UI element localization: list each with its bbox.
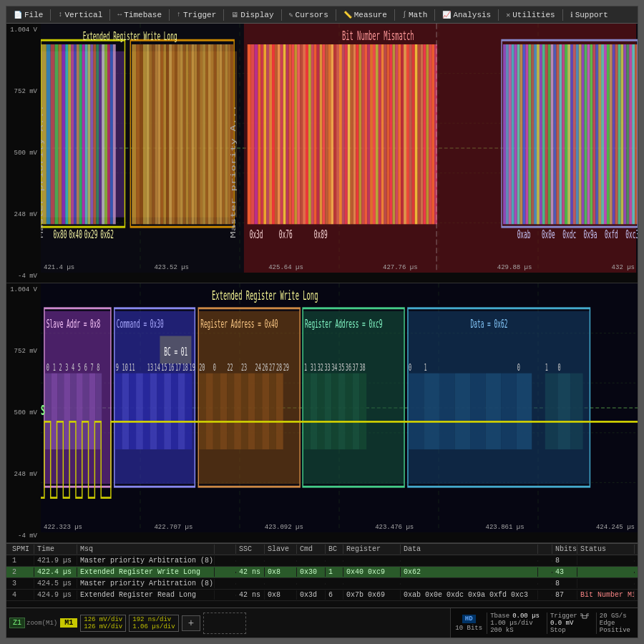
svg-text:22: 22 bbox=[227, 361, 233, 373]
trigger-icon: ↑ bbox=[177, 11, 181, 19]
svg-rect-143 bbox=[506, 44, 509, 224]
menu-math[interactable]: ∫ Math bbox=[398, 9, 431, 21]
analysis-icon: 📈 bbox=[442, 11, 451, 19]
bottom-wave-svg: Extended Register Write Long Slave Addr … bbox=[41, 283, 638, 532]
svg-text:0x3d: 0x3d bbox=[250, 228, 263, 241]
svg-rect-47 bbox=[157, 44, 160, 224]
svg-text:Data = 0x62: Data = 0x62 bbox=[471, 318, 508, 331]
svg-text:14: 14 bbox=[155, 361, 160, 373]
by-label-0: 1.004 V bbox=[8, 286, 39, 293]
main-window: 📄 File ↕ Vertical ↔ Timebase ↑ Trigger 🖥… bbox=[6, 6, 638, 638]
svg-text:36: 36 bbox=[346, 361, 351, 373]
table-row[interactable]: 3 424.5 µs Master priority Arbitration (… bbox=[6, 578, 638, 590]
top-y-axis: 1.004 V 752 mV 500 mV 248 mV -4 mV bbox=[6, 24, 41, 283]
td-time-2: 422.4 µs bbox=[34, 567, 77, 577]
svg-text:32: 32 bbox=[318, 361, 323, 373]
sample-rate: 20 GS/s bbox=[600, 613, 627, 620]
svg-rect-93 bbox=[300, 44, 303, 224]
svg-rect-165 bbox=[567, 44, 570, 224]
add-button[interactable]: + bbox=[182, 615, 200, 631]
svg-rect-86 bbox=[280, 44, 283, 224]
td-ssc-1 bbox=[236, 560, 265, 562]
td-nbits-1: 8 bbox=[552, 556, 577, 565]
svg-rect-299 bbox=[324, 374, 331, 449]
svg-rect-281 bbox=[262, 374, 269, 449]
td-msq-3: Master priority Arbitration (8) bbox=[77, 579, 215, 588]
z1-label: Z1 bbox=[9, 618, 25, 628]
svg-rect-162 bbox=[559, 44, 562, 224]
trigger-val: 0.0 mV bbox=[550, 620, 573, 627]
top-x-axis: 421.4 µs 423.52 µs 425.64 µs 427.76 µs 4… bbox=[41, 263, 638, 273]
menu-math-label: Math bbox=[409, 11, 427, 19]
svg-rect-107 bbox=[339, 44, 342, 224]
td-ssc-4: 42 ns bbox=[236, 590, 265, 600]
sep9 bbox=[498, 9, 499, 21]
svg-text:0xc3: 0xc3 bbox=[625, 228, 638, 241]
svg-text:33: 33 bbox=[324, 361, 330, 373]
wave-scale-2: 126 mV/div bbox=[84, 623, 122, 630]
menu-support[interactable]: ℹ Support bbox=[566, 9, 613, 21]
menu-vertical[interactable]: ↕ Vertical bbox=[54, 9, 107, 21]
svg-rect-187 bbox=[629, 44, 632, 224]
th-blank bbox=[215, 545, 236, 554]
y-label-3: 248 mV bbox=[8, 211, 39, 218]
svg-rect-71 bbox=[225, 44, 228, 224]
menu-file[interactable]: 📄 File bbox=[9, 9, 47, 21]
menu-analysis[interactable]: 📈 Analysis bbox=[438, 9, 495, 21]
svg-rect-89 bbox=[289, 44, 292, 224]
svg-text:Command = 0x30: Command = 0x30 bbox=[117, 318, 164, 331]
svg-rect-138 bbox=[426, 44, 429, 224]
table-row[interactable]: 2 422.4 µs Extended Register Write Long … bbox=[6, 567, 638, 578]
svg-text:0x9a: 0x9a bbox=[584, 228, 597, 241]
td-blank2-1 bbox=[538, 560, 552, 562]
status-right: HD 10 Bits Tbase 0.00 µs 1.00 µs/div 200… bbox=[450, 608, 638, 638]
menu-timebase[interactable]: ↔ Timebase bbox=[113, 9, 166, 21]
svg-text:1: 1 bbox=[53, 361, 56, 373]
svg-rect-176 bbox=[598, 44, 601, 224]
m1-box[interactable]: M1 bbox=[60, 618, 77, 628]
th-ssc: SSC bbox=[236, 545, 265, 554]
menu-display[interactable]: 🖥 Display bbox=[227, 9, 278, 21]
top-waveform-canvas[interactable]: 1.004 V 752 mV 500 mV 248 mV -4 mV bbox=[6, 24, 638, 283]
svg-rect-117 bbox=[367, 44, 370, 224]
svg-rect-278 bbox=[241, 374, 248, 449]
svg-text:1: 1 bbox=[424, 361, 426, 373]
svg-rect-97 bbox=[311, 44, 314, 224]
y-label-1: 752 mV bbox=[8, 88, 39, 95]
th-status: Status bbox=[577, 545, 635, 554]
svg-text:31: 31 bbox=[311, 361, 316, 373]
menu-cursors[interactable]: ✎ Cursors bbox=[285, 9, 333, 21]
bottom-y-axis: 1.004 V 752 mV 500 mV 248 mV -4 mV bbox=[6, 283, 41, 542]
svg-rect-179 bbox=[607, 44, 610, 224]
zoom-info: Z1 zoom(M1) bbox=[9, 618, 57, 628]
th-cmd: Cmd bbox=[297, 545, 326, 554]
svg-rect-135 bbox=[418, 44, 421, 224]
svg-text:18: 18 bbox=[182, 361, 188, 373]
svg-rect-149 bbox=[522, 44, 525, 224]
svg-rect-275 bbox=[220, 374, 228, 449]
td-msq-4: Extended Register Read Long bbox=[77, 590, 215, 600]
top-waveform-panel: 1.004 V 752 mV 500 mV 248 mV -4 mV bbox=[6, 24, 638, 283]
td-reg-2: 0x40 0xc9 bbox=[343, 567, 401, 577]
svg-rect-75 bbox=[248, 44, 251, 224]
bx-label-5: 424.245 µs bbox=[596, 524, 635, 531]
svg-rect-46 bbox=[155, 44, 158, 224]
wave-scale-4: 1.06 µs/div bbox=[132, 623, 175, 630]
svg-rect-276 bbox=[227, 374, 234, 449]
th-time: Time bbox=[34, 545, 77, 554]
svg-rect-254 bbox=[157, 374, 164, 449]
svg-rect-186 bbox=[626, 44, 629, 224]
td-status-3 bbox=[577, 583, 635, 585]
y-label-2: 500 mV bbox=[8, 150, 39, 157]
table-row[interactable]: 1 421.9 µs Master priority Arbitration (… bbox=[6, 555, 638, 567]
sep10 bbox=[562, 9, 563, 21]
menu-measure[interactable]: 📏 Measure bbox=[339, 9, 391, 21]
svg-rect-66 bbox=[211, 44, 214, 224]
svg-text:15: 15 bbox=[161, 361, 167, 373]
menu-utilities[interactable]: ✕ Utilities bbox=[502, 9, 559, 21]
menu-trigger[interactable]: ↑ Trigger bbox=[172, 9, 220, 21]
table-row[interactable]: 4 424.9 µs Extended Register Read Long 4… bbox=[6, 590, 638, 601]
bottom-waveform-canvas[interactable]: 1.004 V 752 mV 500 mV 248 mV -4 mV bbox=[6, 283, 638, 542]
hd-badge: HD bbox=[462, 615, 476, 623]
svg-rect-94 bbox=[303, 44, 306, 224]
